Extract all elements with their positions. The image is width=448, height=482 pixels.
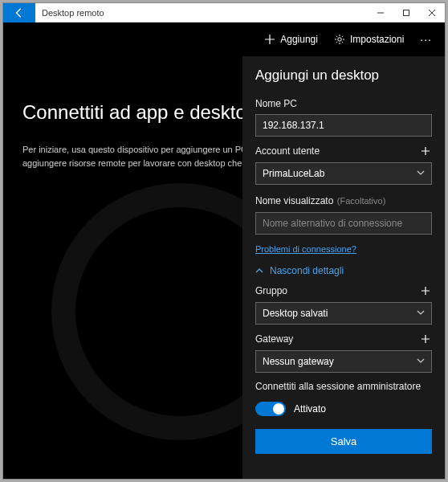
pc-name-label: Nome PC xyxy=(255,98,432,109)
minimize-icon xyxy=(377,9,385,17)
settings-button[interactable]: Impostazioni xyxy=(328,34,410,45)
plus-icon xyxy=(264,34,275,45)
plus-icon xyxy=(421,146,430,156)
gateway-label: Gateway xyxy=(255,333,293,345)
window-controls xyxy=(368,3,445,22)
group-field: Gruppo Desktop salvati xyxy=(255,284,432,325)
display-name-label: Nome visualizzato xyxy=(255,195,333,206)
panel-title: Aggiungi un desktop xyxy=(255,67,432,84)
group-selected: Desktop salvati xyxy=(263,308,328,319)
connection-problems-link[interactable]: Problemi di connessione? xyxy=(255,244,432,254)
close-button[interactable] xyxy=(419,3,445,22)
maximize-button[interactable] xyxy=(393,3,419,22)
add-group-button[interactable] xyxy=(419,284,432,297)
toggle-knob xyxy=(273,403,284,415)
window-title: Desktop remoto xyxy=(35,8,368,18)
add-gateway-button[interactable] xyxy=(419,333,432,345)
pc-name-field: Nome PC xyxy=(255,98,432,137)
admin-session-state: Attivato xyxy=(294,403,326,415)
chevron-up-icon xyxy=(255,267,263,275)
user-account-field: Account utente PrimaLuceLab xyxy=(255,145,432,185)
hide-details-toggle[interactable]: Nascondi dettagli xyxy=(255,265,432,276)
add-label: Aggiungi xyxy=(280,34,318,45)
display-name-optional: (Facoltativo) xyxy=(337,196,386,206)
display-name-input[interactable] xyxy=(255,212,432,235)
gear-icon xyxy=(334,34,345,45)
minimize-button[interactable] xyxy=(368,3,393,22)
admin-session-toggle[interactable] xyxy=(255,402,286,416)
plus-icon xyxy=(421,286,430,296)
more-icon: ··· xyxy=(420,33,432,46)
admin-session-label: Connettiti alla sessione amministratore xyxy=(255,381,432,392)
user-account-select[interactable]: PrimaLuceLab xyxy=(255,162,432,185)
gateway-select[interactable]: Nessun gateway xyxy=(255,350,432,373)
back-button[interactable] xyxy=(3,3,35,22)
hide-details-label: Nascondi dettagli xyxy=(270,265,344,276)
add-desktop-panel: Aggiungi un desktop Nome PC Account uten… xyxy=(242,56,445,479)
toolbar: Aggiungi Impostazioni ··· xyxy=(3,22,445,56)
settings-label: Impostazioni xyxy=(350,34,404,45)
plus-icon xyxy=(421,334,430,344)
gateway-field: Gateway Nessun gateway xyxy=(255,333,432,373)
save-button[interactable]: Salva xyxy=(255,429,432,454)
pc-name-input[interactable] xyxy=(255,114,432,137)
arrow-left-icon xyxy=(14,7,25,18)
more-button[interactable]: ··· xyxy=(413,33,438,46)
content-area: Aggiungi Impostazioni ··· Connettiti ad … xyxy=(3,22,445,479)
maximize-icon xyxy=(402,9,410,17)
app-window: Desktop remoto Aggiungi Impostazioni xyxy=(2,2,446,480)
svg-point-2 xyxy=(338,38,341,41)
chevron-down-icon xyxy=(417,308,425,319)
gateway-selected: Nessun gateway xyxy=(263,356,334,367)
admin-session-field: Connettiti alla sessione amministratore … xyxy=(255,381,432,416)
add-user-button[interactable] xyxy=(419,145,432,157)
svg-rect-1 xyxy=(404,10,409,15)
user-account-label: Account utente xyxy=(255,145,320,157)
group-label: Gruppo xyxy=(255,285,287,296)
user-account-selected: PrimaLuceLab xyxy=(263,168,324,179)
add-button[interactable]: Aggiungi xyxy=(258,34,324,45)
close-icon xyxy=(428,9,436,17)
chevron-down-icon xyxy=(417,356,425,367)
chevron-down-icon xyxy=(417,168,425,179)
display-name-field: Nome visualizzato (Facoltativo) xyxy=(255,193,432,235)
titlebar: Desktop remoto xyxy=(3,3,445,22)
group-select[interactable]: Desktop salvati xyxy=(255,302,432,325)
